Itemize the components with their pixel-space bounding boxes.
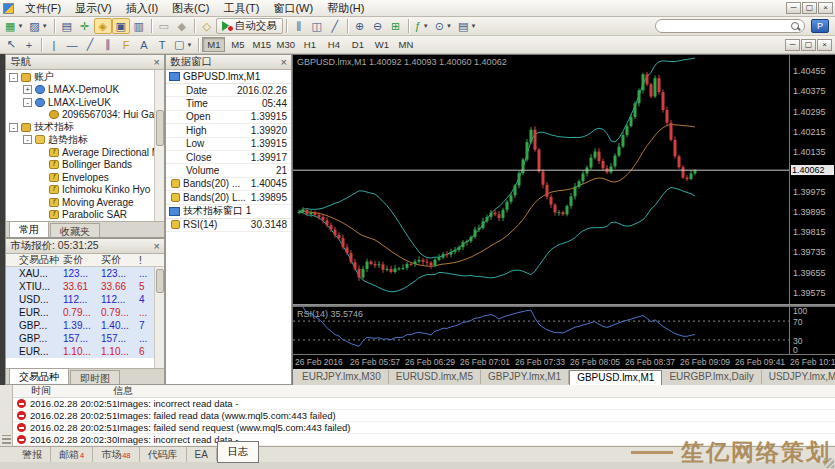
close-icon[interactable]: ×: [818, 2, 833, 14]
navigator-toggle[interactable]: ◈: [94, 18, 112, 34]
tree-expander[interactable]: -: [23, 98, 32, 107]
quick-nav-icon[interactable]: [2, 435, 11, 444]
navigator-close-icon[interactable]: ×: [154, 57, 160, 67]
maximize-icon[interactable]: ▢: [802, 2, 817, 14]
chart-tab[interactable]: GBPJPY.lmx,M1: [481, 370, 569, 384]
tree-item[interactable]: Envelopes: [6, 171, 154, 184]
timeframe-button[interactable]: H4: [322, 37, 345, 52]
column-time[interactable]: 时间: [13, 385, 113, 398]
chart-tab[interactable]: USDJPY.lmx,M30: [762, 370, 835, 384]
tree-item[interactable]: -账户: [6, 71, 154, 84]
autotrading-button[interactable]: 自动交易: [216, 18, 283, 34]
navigator-scrollbar[interactable]: [154, 70, 164, 221]
terminal-tab[interactable]: 警报: [14, 447, 51, 463]
market-row[interactable]: EUR...1.10...1.10...6: [6, 345, 164, 358]
journal-row[interactable]: 2016.02.28 20:02:51...Images: failed sen…: [13, 422, 835, 434]
new-chart-button[interactable]: ▦▼: [2, 18, 26, 34]
tree-item[interactable]: -LMAX-LiveUK: [6, 96, 154, 109]
templates-button[interactable]: ▤▼: [455, 18, 479, 34]
strategy-tester-toggle[interactable]: ▥: [130, 18, 148, 34]
market-row[interactable]: USD...112...112...4: [6, 293, 164, 306]
trendline-button[interactable]: ╱: [81, 37, 99, 53]
search-input[interactable]: [660, 21, 780, 32]
timeframe-button[interactable]: M5: [226, 37, 249, 52]
profiles-button[interactable]: ▨▼: [26, 18, 50, 34]
column-ask[interactable]: 买价: [101, 253, 139, 267]
menu-item[interactable]: 工具(T): [216, 0, 266, 17]
chart-tab[interactable]: EURUSD.lmx,M5: [389, 370, 481, 384]
menu-item[interactable]: 窗口(W): [266, 0, 320, 17]
indicators-button[interactable]: ƒ▼: [412, 18, 432, 34]
vertical-line-button[interactable]: |: [45, 37, 63, 53]
tree-item[interactable]: Average Directional Mo: [6, 146, 154, 159]
tree-item[interactable]: -技术指标: [6, 121, 154, 134]
data-window-close-icon[interactable]: ×: [281, 57, 287, 67]
tile-windows-button[interactable]: ⊞: [387, 18, 405, 34]
journal-row[interactable]: 2016.02.28 20:02:51...Images: failed rea…: [13, 410, 835, 422]
market-row[interactable]: XTIU...33.6133.665: [6, 280, 164, 293]
timeframe-button[interactable]: MN: [394, 37, 417, 52]
shapes-button[interactable]: ▢▼: [171, 37, 195, 53]
fibonacci-button[interactable]: F: [117, 37, 135, 53]
crosshair-button[interactable]: +: [20, 37, 38, 53]
menu-item[interactable]: 插入(I): [119, 0, 165, 17]
tree-item[interactable]: +LMAX-DemoUK: [6, 84, 154, 97]
tree-item[interactable]: Moving Average: [6, 196, 154, 209]
zoom-in-button[interactable]: ⊕: [351, 18, 369, 34]
periods-button[interactable]: ⊙▼: [432, 18, 455, 34]
chart-minimize-icon[interactable]: ─: [785, 39, 800, 51]
tree-item[interactable]: -趋势指标: [6, 134, 154, 147]
timeframe-button[interactable]: M1: [202, 37, 225, 52]
menu-item[interactable]: 显示(V): [68, 0, 119, 17]
terminal-tab[interactable]: 代码库: [140, 447, 187, 463]
chart-tab[interactable]: EURJPY.lmx,M30: [295, 370, 389, 384]
resize-grip[interactable]: [824, 458, 834, 468]
column-message[interactable]: 信息: [113, 385, 133, 398]
terminal-tab[interactable]: 日志: [217, 441, 259, 463]
community-button[interactable]: P: [811, 19, 829, 33]
channel-button[interactable]: ∥: [99, 37, 117, 53]
tree-expander[interactable]: -: [9, 123, 18, 132]
market-row[interactable]: EUR...0.79...0.79......: [6, 306, 164, 319]
timeframe-button[interactable]: M30: [274, 37, 297, 52]
navigator-tab[interactable]: 常用: [9, 221, 49, 237]
chart-restore-icon[interactable]: ▢: [801, 39, 816, 51]
terminal-tab[interactable]: EA: [187, 448, 217, 461]
candlestick-chart[interactable]: [293, 55, 789, 304]
horizontal-line-button[interactable]: —: [63, 37, 81, 53]
minimize-icon[interactable]: ─: [786, 2, 801, 14]
line-chart-button[interactable]: ╱: [326, 18, 344, 34]
search-icon[interactable]: [791, 22, 800, 31]
timeframe-button[interactable]: H1: [298, 37, 321, 52]
tree-item[interactable]: Parabolic SAR: [6, 209, 154, 222]
navigator-tab[interactable]: 收藏夹: [50, 223, 100, 237]
new-order-button[interactable]: ▭: [155, 18, 173, 34]
mql5-button[interactable]: ◇: [198, 18, 216, 34]
column-spread[interactable]: !: [139, 255, 155, 266]
menu-item[interactable]: 帮助(H): [320, 0, 371, 17]
chart-tab[interactable]: EURGBP.lmx,Daily: [662, 370, 761, 384]
market-row[interactable]: GBP...157...157......: [6, 332, 164, 345]
text-button[interactable]: A: [135, 37, 153, 53]
terminal-tab[interactable]: 邮箱4: [51, 447, 93, 463]
journal-row[interactable]: 2016.02.28 20:02:51...Images: incorrect …: [13, 398, 835, 410]
bar-chart-button[interactable]: ⫼: [290, 18, 308, 34]
tree-item[interactable]: Bollinger Bands: [6, 159, 154, 172]
chart-close-icon[interactable]: ×: [817, 39, 832, 51]
market-watch-scrollbar[interactable]: [154, 267, 164, 368]
candlestick-chart-button[interactable]: ◫: [308, 18, 326, 34]
market-row[interactable]: GBP...1.39...1.40...7: [6, 319, 164, 332]
terminal-tab[interactable]: 市场48: [93, 447, 139, 463]
market-watch-tab[interactable]: 即时图: [70, 370, 120, 384]
rsi-indicator-pane[interactable]: [293, 307, 789, 354]
market-watch-toggle[interactable]: ▤: [58, 18, 76, 34]
market-row[interactable]: XAU...123...123......: [6, 267, 164, 280]
column-bid[interactable]: 卖价: [63, 253, 101, 267]
market-watch-tab[interactable]: 交易品种: [9, 368, 69, 384]
column-symbol[interactable]: 交易品种: [19, 253, 63, 267]
cursor-button[interactable]: ↖: [2, 37, 20, 53]
timeframe-button[interactable]: M15: [250, 37, 273, 52]
tree-expander[interactable]: +: [23, 85, 32, 94]
menu-item[interactable]: 文件(F): [18, 0, 68, 17]
tree-expander[interactable]: -: [9, 73, 18, 82]
